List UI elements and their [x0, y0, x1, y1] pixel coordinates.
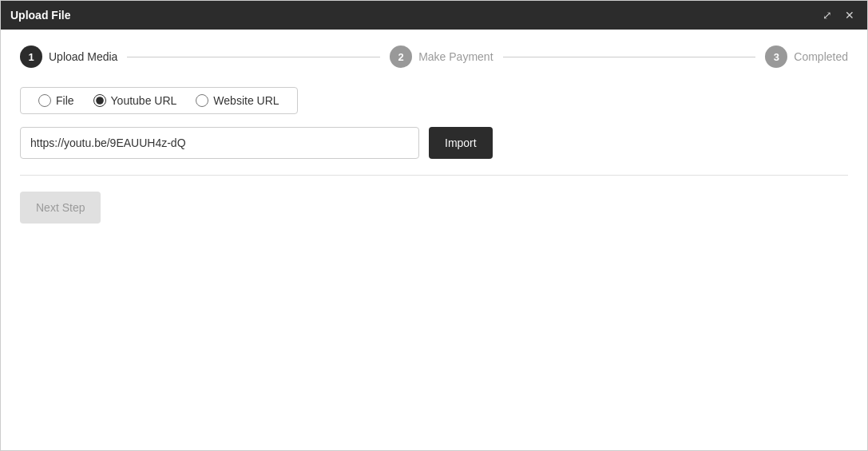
radio-file-input[interactable]: [38, 94, 51, 107]
radio-file[interactable]: File: [30, 93, 82, 109]
radio-file-label: File: [56, 94, 74, 107]
resize-button[interactable]: ⤢: [819, 7, 835, 23]
radio-website[interactable]: Website URL: [188, 93, 287, 109]
import-button[interactable]: Import: [429, 127, 493, 159]
next-step-button[interactable]: Next Step: [20, 192, 101, 224]
title-bar-controls: ⤢ ✕: [819, 7, 858, 23]
step-3: 3 Completed: [765, 45, 848, 68]
step-2-circle: 2: [390, 45, 412, 68]
radio-youtube-label: Youtube URL: [111, 94, 177, 107]
step-1-label: Upload Media: [49, 50, 117, 63]
step-1-circle: 1: [20, 45, 42, 68]
title-bar: Upload File ⤢ ✕: [1, 1, 867, 30]
radio-youtube[interactable]: Youtube URL: [85, 93, 185, 109]
step-3-circle: 3: [765, 45, 787, 68]
step-1: 1 Upload Media: [20, 45, 117, 68]
window-title: Upload File: [10, 9, 70, 22]
step-line-1: [127, 57, 380, 57]
main-content: 1 Upload Media 2 Make Payment 3 Complete…: [1, 30, 867, 450]
radio-website-input[interactable]: [196, 94, 208, 107]
step-2-label: Make Payment: [418, 50, 493, 63]
radio-website-label: Website URL: [213, 94, 279, 107]
section-divider: [20, 175, 848, 176]
media-type-radio-group: File Youtube URL Website URL: [20, 87, 298, 114]
url-input[interactable]: [20, 127, 419, 159]
step-3-label: Completed: [794, 50, 848, 63]
url-input-row: Import: [20, 127, 848, 159]
step-line-2: [503, 57, 756, 57]
step-2: 2 Make Payment: [390, 45, 493, 68]
close-button[interactable]: ✕: [842, 7, 858, 23]
upload-file-window: Upload File ⤢ ✕ 1 Upload Media 2 Make Pa…: [0, 0, 868, 451]
stepper: 1 Upload Media 2 Make Payment 3 Complete…: [20, 45, 848, 68]
radio-youtube-input[interactable]: [93, 94, 106, 107]
